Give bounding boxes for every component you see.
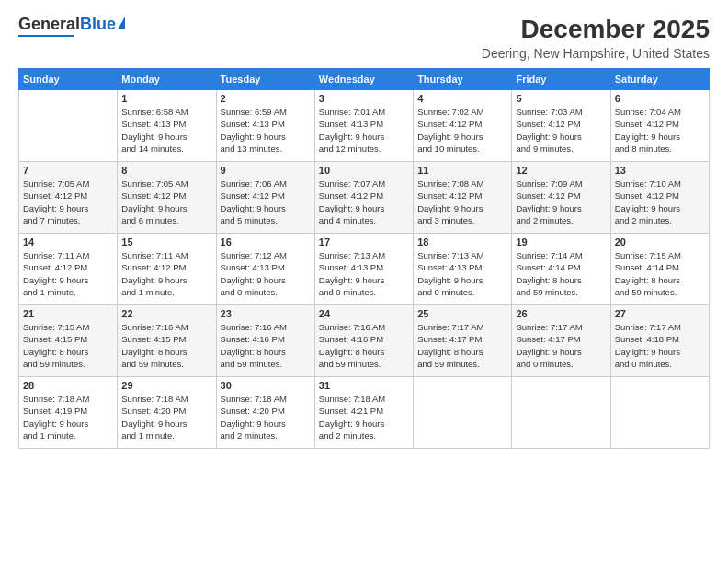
day-info: Sunrise: 7:03 AMSunset: 4:12 PMDaylight:… — [516, 106, 606, 155]
calendar-cell: 22Sunrise: 7:16 AMSunset: 4:15 PMDayligh… — [118, 305, 216, 377]
day-info: Sunrise: 7:15 AMSunset: 4:15 PMDaylight:… — [23, 321, 113, 370]
day-number: 23 — [221, 308, 311, 319]
calendar-header-saturday: Saturday — [610, 69, 709, 90]
day-number: 24 — [319, 308, 409, 319]
logo-blue: Blue — [80, 15, 116, 34]
day-info: Sunrise: 7:08 AMSunset: 4:12 PMDaylight:… — [417, 178, 507, 226]
subtitle: Deering, New Hampshire, United States — [482, 46, 710, 61]
calendar-header-tuesday: Tuesday — [216, 69, 314, 90]
day-info: Sunrise: 7:02 AMSunset: 4:12 PMDaylight:… — [417, 106, 507, 155]
calendar-header-wednesday: Wednesday — [314, 69, 413, 90]
calendar-cell: 8Sunrise: 7:05 AMSunset: 4:12 PMDaylight… — [118, 162, 216, 234]
calendar-header-row: SundayMondayTuesdayWednesdayThursdayFrid… — [19, 69, 710, 90]
calendar-cell: 2Sunrise: 6:59 AMSunset: 4:13 PMDaylight… — [216, 90, 314, 162]
day-number: 21 — [23, 308, 113, 319]
day-number: 3 — [319, 93, 409, 104]
calendar-cell — [610, 377, 709, 449]
day-info: Sunrise: 7:09 AMSunset: 4:12 PMDaylight:… — [516, 178, 606, 226]
calendar-cell: 24Sunrise: 7:16 AMSunset: 4:16 PMDayligh… — [314, 305, 413, 377]
calendar-week-4: 21Sunrise: 7:15 AMSunset: 4:15 PMDayligh… — [19, 305, 710, 377]
day-number: 19 — [516, 236, 606, 247]
calendar-cell — [512, 377, 610, 449]
calendar-cell: 1Sunrise: 6:58 AMSunset: 4:13 PMDaylight… — [118, 90, 216, 162]
calendar-cell: 28Sunrise: 7:18 AMSunset: 4:19 PMDayligh… — [19, 377, 118, 449]
day-info: Sunrise: 7:10 AMSunset: 4:12 PMDaylight:… — [615, 178, 705, 226]
logo-triangle-icon — [118, 17, 125, 29]
day-info: Sunrise: 7:11 AMSunset: 4:12 PMDaylight:… — [23, 249, 113, 298]
logo-general: General — [18, 15, 80, 34]
calendar-cell: 16Sunrise: 7:12 AMSunset: 4:13 PMDayligh… — [216, 234, 314, 305]
calendar-cell — [414, 377, 512, 449]
day-number: 15 — [121, 236, 211, 247]
page: General Blue December 2025 Deering, New … — [0, 0, 728, 563]
day-info: Sunrise: 7:17 AMSunset: 4:17 PMDaylight:… — [516, 321, 606, 370]
calendar-cell: 17Sunrise: 7:13 AMSunset: 4:13 PMDayligh… — [314, 234, 413, 305]
day-number: 28 — [23, 380, 113, 391]
day-number: 7 — [23, 165, 113, 176]
calendar-cell: 11Sunrise: 7:08 AMSunset: 4:12 PMDayligh… — [414, 162, 512, 234]
day-number: 26 — [516, 308, 606, 319]
day-info: Sunrise: 7:07 AMSunset: 4:12 PMDaylight:… — [319, 178, 409, 226]
logo-text: General Blue — [18, 15, 125, 34]
day-number: 1 — [121, 93, 211, 104]
day-info: Sunrise: 7:18 AMSunset: 4:20 PMDaylight:… — [121, 393, 211, 442]
calendar-header-thursday: Thursday — [414, 69, 512, 90]
day-number: 30 — [221, 380, 311, 391]
calendar-cell: 5Sunrise: 7:03 AMSunset: 4:12 PMDaylight… — [512, 90, 610, 162]
calendar-week-2: 7Sunrise: 7:05 AMSunset: 4:12 PMDaylight… — [19, 162, 710, 234]
day-number: 5 — [516, 93, 606, 104]
calendar-cell: 27Sunrise: 7:17 AMSunset: 4:18 PMDayligh… — [610, 305, 709, 377]
calendar-header-monday: Monday — [118, 69, 216, 90]
day-number: 4 — [417, 93, 507, 104]
day-number: 9 — [221, 165, 311, 176]
calendar-cell: 4Sunrise: 7:02 AMSunset: 4:12 PMDaylight… — [414, 90, 512, 162]
day-number: 2 — [221, 93, 311, 104]
calendar-cell: 25Sunrise: 7:17 AMSunset: 4:17 PMDayligh… — [414, 305, 512, 377]
day-info: Sunrise: 7:16 AMSunset: 4:16 PMDaylight:… — [319, 321, 409, 370]
day-info: Sunrise: 7:13 AMSunset: 4:13 PMDaylight:… — [417, 249, 507, 298]
day-number: 25 — [417, 308, 507, 319]
calendar-cell: 10Sunrise: 7:07 AMSunset: 4:12 PMDayligh… — [314, 162, 413, 234]
calendar-cell: 12Sunrise: 7:09 AMSunset: 4:12 PMDayligh… — [512, 162, 610, 234]
calendar-cell: 18Sunrise: 7:13 AMSunset: 4:13 PMDayligh… — [414, 234, 512, 305]
calendar-cell: 7Sunrise: 7:05 AMSunset: 4:12 PMDaylight… — [19, 162, 118, 234]
day-number: 22 — [121, 308, 211, 319]
day-number: 17 — [319, 236, 409, 247]
day-number: 14 — [23, 236, 113, 247]
day-number: 20 — [615, 236, 705, 247]
calendar-cell: 23Sunrise: 7:16 AMSunset: 4:16 PMDayligh… — [216, 305, 314, 377]
logo: General Blue — [18, 15, 125, 37]
calendar-cell: 13Sunrise: 7:10 AMSunset: 4:12 PMDayligh… — [610, 162, 709, 234]
day-info: Sunrise: 7:01 AMSunset: 4:13 PMDaylight:… — [319, 106, 409, 155]
calendar-cell: 21Sunrise: 7:15 AMSunset: 4:15 PMDayligh… — [19, 305, 118, 377]
day-number: 18 — [417, 236, 507, 247]
day-info: Sunrise: 7:18 AMSunset: 4:20 PMDaylight:… — [221, 393, 311, 442]
day-info: Sunrise: 7:05 AMSunset: 4:12 PMDaylight:… — [121, 178, 211, 226]
logo-underline — [18, 35, 74, 37]
calendar-week-3: 14Sunrise: 7:11 AMSunset: 4:12 PMDayligh… — [19, 234, 710, 305]
day-info: Sunrise: 7:17 AMSunset: 4:17 PMDaylight:… — [417, 321, 507, 370]
day-number: 31 — [319, 380, 409, 391]
day-info: Sunrise: 7:12 AMSunset: 4:13 PMDaylight:… — [221, 249, 311, 298]
day-info: Sunrise: 7:15 AMSunset: 4:14 PMDaylight:… — [615, 249, 705, 298]
day-number: 27 — [615, 308, 705, 319]
day-info: Sunrise: 7:17 AMSunset: 4:18 PMDaylight:… — [615, 321, 705, 370]
day-info: Sunrise: 7:06 AMSunset: 4:12 PMDaylight:… — [221, 178, 311, 226]
calendar-cell: 6Sunrise: 7:04 AMSunset: 4:12 PMDaylight… — [610, 90, 709, 162]
day-number: 8 — [121, 165, 211, 176]
header: General Blue December 2025 Deering, New … — [18, 15, 710, 61]
calendar-header-sunday: Sunday — [19, 69, 118, 90]
day-number: 29 — [121, 380, 211, 391]
calendar-table: SundayMondayTuesdayWednesdayThursdayFrid… — [18, 68, 710, 449]
day-info: Sunrise: 7:14 AMSunset: 4:14 PMDaylight:… — [516, 249, 606, 298]
day-info: Sunrise: 6:58 AMSunset: 4:13 PMDaylight:… — [121, 106, 211, 155]
calendar-cell: 15Sunrise: 7:11 AMSunset: 4:12 PMDayligh… — [118, 234, 216, 305]
calendar-cell: 14Sunrise: 7:11 AMSunset: 4:12 PMDayligh… — [19, 234, 118, 305]
calendar-cell: 26Sunrise: 7:17 AMSunset: 4:17 PMDayligh… — [512, 305, 610, 377]
calendar-header-friday: Friday — [512, 69, 610, 90]
day-info: Sunrise: 7:04 AMSunset: 4:12 PMDaylight:… — [615, 106, 705, 155]
calendar-week-1: 1Sunrise: 6:58 AMSunset: 4:13 PMDaylight… — [19, 90, 710, 162]
calendar-cell: 19Sunrise: 7:14 AMSunset: 4:14 PMDayligh… — [512, 234, 610, 305]
day-info: Sunrise: 7:18 AMSunset: 4:21 PMDaylight:… — [319, 393, 409, 442]
day-info: Sunrise: 7:16 AMSunset: 4:15 PMDaylight:… — [121, 321, 211, 370]
